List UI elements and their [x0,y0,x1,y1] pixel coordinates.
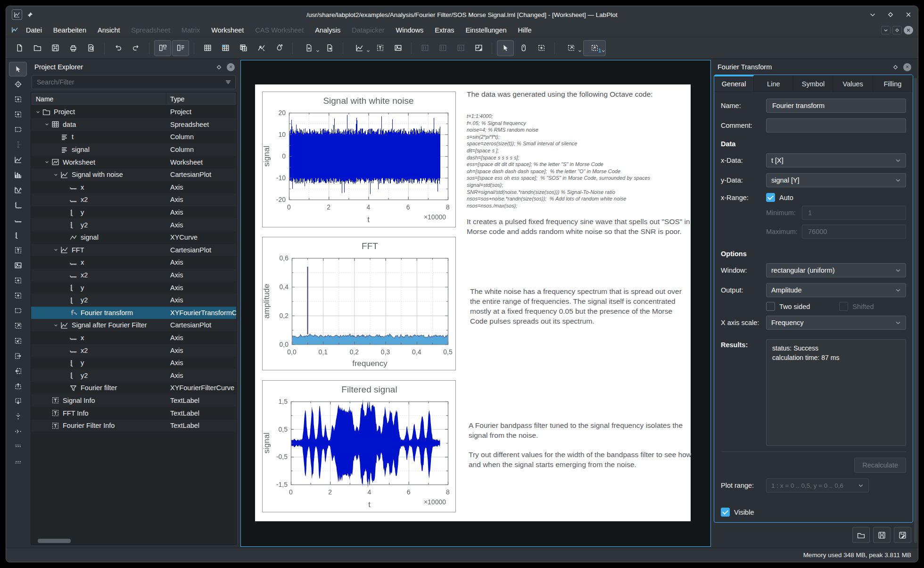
save-button[interactable] [47,40,64,56]
tree-row-signal-info[interactable]: Signal InfoTextLabel [31,394,236,407]
filter-options-icon[interactable] [225,79,231,85]
select-mode-button[interactable] [497,40,514,56]
float-dock-icon[interactable] [892,64,899,70]
pin-icon[interactable] [27,12,33,18]
search-input[interactable] [36,78,225,86]
subwindow-close-button[interactable] [904,26,913,34]
tree-row-fourier-filter[interactable]: Fourier filterXYFourierFilterCurve [31,382,236,394]
print-button[interactable] [65,40,82,56]
column-header-type[interactable]: Type [166,95,236,103]
tree-row-fourier-filter-info[interactable]: Fourier Filter InfoTextLabel [31,419,236,432]
new-matrix-button[interactable] [217,40,234,56]
tree-row-x[interactable]: xAxis [31,181,236,194]
h-spacing-button[interactable] [9,424,27,439]
zoom-fit-button[interactable] [560,40,582,56]
import-button[interactable] [297,40,320,56]
tree-row-fourier-transform[interactable]: Fourier transformXYFourierTransformCurve [31,307,236,319]
tree-row-y[interactable]: yAxis [31,357,236,369]
tab-line[interactable]: Line [754,75,793,92]
add-histogram-button[interactable] [9,167,27,182]
tree-row-y2[interactable]: y2Axis [31,369,236,382]
expander-icon[interactable] [52,173,59,177]
load-config-button[interactable] [852,527,870,543]
scale-auto-y-button[interactable] [9,303,27,318]
toggle-project-explorer-button[interactable] [154,40,171,56]
octave-code-label[interactable]: t=1:1:4000; f=.05; % Signal frequency no… [467,113,650,209]
fft-info-label[interactable]: The white noise has a frequency spectrum… [470,286,688,326]
menu-hilfe[interactable]: Hilfe [512,25,537,35]
tab-values[interactable]: Values [833,75,873,92]
redo-button[interactable] [127,40,144,56]
visible-checkbox[interactable] [721,508,730,517]
minimize-button[interactable] [869,11,876,18]
tree-row-fft[interactable]: FFTCartesianPlot [31,244,236,257]
menu-bearbeiten[interactable]: Bearbeiten [48,25,92,35]
expander-icon[interactable] [52,323,59,327]
undo-button[interactable] [109,40,126,56]
menu-extras[interactable]: Extras [429,25,460,35]
break-layout-button[interactable] [470,40,487,56]
new-workbook-button[interactable] [235,40,252,56]
menu-analysis[interactable]: Analysis [309,25,346,35]
new-image-button[interactable] [389,40,406,56]
tree-row-y[interactable]: yAxis [31,206,236,219]
print-preview-button[interactable] [82,40,99,56]
tree-row-x[interactable]: xAxis [31,332,236,344]
save-config-as-button[interactable] [894,527,911,543]
two-sided-checkbox[interactable] [766,302,775,311]
new-datapicker-button[interactable] [253,40,270,56]
tree-row-x[interactable]: xAxis [31,256,236,269]
plot-filtered-signal[interactable] [262,380,456,512]
shift-right-x-button[interactable] [9,349,27,363]
tree-row-fft-info[interactable]: FFT InfoTextLabel [31,407,236,419]
tree-row-signal[interactable]: signalXYCurve [31,231,236,244]
toggle-properties-button[interactable] [172,40,189,56]
add-xy-curve-button[interactable] [9,152,27,167]
tab-symbol[interactable]: Symbol [793,75,833,92]
tree-row-worksheet[interactable]: WorksheetWorksheet [31,156,236,168]
new-spreadsheet-button[interactable] [199,40,216,56]
add-text-label-button[interactable] [9,243,27,258]
menu-einstellungen[interactable]: Einstellungen [460,25,512,35]
tree-row-y2[interactable]: y2Axis [31,294,236,307]
export-button[interactable] [321,40,338,56]
expander-icon[interactable] [43,160,50,164]
output-combobox[interactable]: Amplitude [766,283,906,297]
worksheet-view[interactable]: The data was generated using the followi… [240,60,711,547]
zoom-select-mode-button[interactable] [533,40,550,56]
close-dock-icon[interactable]: × [903,63,911,71]
add-fourier-curve-button[interactable] [9,183,27,197]
scale-auto-button[interactable] [9,273,27,288]
ws-zoom-x-selection-button[interactable] [9,107,27,122]
save-config-button[interactable] [873,527,891,543]
subwindow-restore-button[interactable] [892,26,902,34]
shift-up-y-button[interactable] [9,379,27,393]
tree-row-x2[interactable]: x2Axis [31,269,236,282]
subwindow-minimize-button[interactable] [881,26,891,34]
open-button[interactable] [29,40,46,56]
new-text-label-button[interactable] [371,40,388,56]
tree-row-project[interactable]: ProjectProject [31,106,236,118]
new-project-button[interactable] [11,40,28,56]
expander-icon[interactable] [43,122,50,126]
horizontal-scrollbar[interactable] [38,539,71,543]
ws-crosshair-button[interactable] [9,77,27,92]
ws-select-mode-button[interactable] [9,62,27,76]
scale-auto-x-button[interactable] [9,288,27,303]
menu-worksheet[interactable]: Worksheet [206,25,249,35]
menu-ansicht[interactable]: Ansicht [92,25,126,35]
name-input[interactable] [771,101,901,110]
navigate-mode-button[interactable] [515,40,532,56]
x-axis-scale-combobox[interactable]: Frequency [766,316,906,330]
zoom-in-button[interactable] [9,318,27,333]
spacing-y-button[interactable] [9,454,27,469]
y-data-combobox[interactable]: signal [Y] [766,173,906,187]
expander-icon[interactable] [34,110,41,114]
octave-heading-label[interactable]: The data was generated using the followi… [467,90,693,99]
spacing-x-button[interactable] [9,439,27,454]
expander-icon[interactable] [52,248,59,252]
filter-info-label-2[interactable]: Try out different values for the width o… [469,450,694,469]
maximize-button[interactable] [887,11,894,18]
close-button[interactable] [905,11,912,18]
tree-row-data[interactable]: dataSpreadsheet [31,118,236,131]
